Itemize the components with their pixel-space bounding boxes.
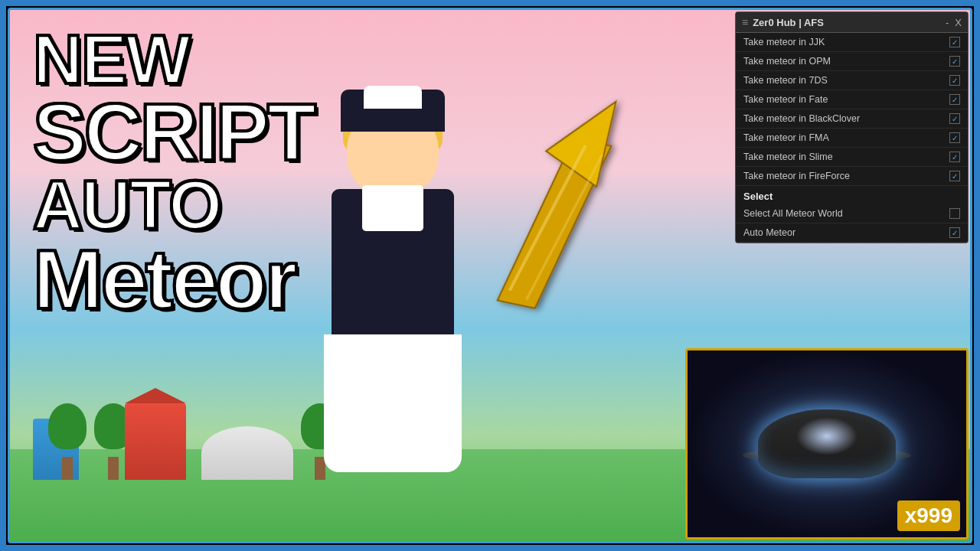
hub-menu-item-5[interactable]: Take meteor in FMA: [736, 129, 968, 148]
text-new: NEW: [33, 25, 314, 94]
hub-item-checkbox-7[interactable]: [949, 171, 960, 181]
main-container: NEW SCRIPT AUTO Meteor x999 ≡ Zer0 Hub |…: [0, 0, 980, 551]
drag-icon: ≡: [742, 16, 748, 28]
hub-items-container: Take meteor in JJK Take meteor in OPM Ta…: [736, 33, 968, 186]
hub-item-label-7: Take meteor in FireForce: [743, 171, 850, 181]
hub-item-label-4: Take meteor in BlackClover: [743, 113, 860, 124]
hub-item-checkbox-0[interactable]: [949, 37, 960, 47]
minimize-button[interactable]: -: [946, 18, 949, 28]
hub-select-item-1[interactable]: Auto Meteor: [736, 223, 968, 243]
hub-menu-item-4[interactable]: Take meteor in BlackClover: [736, 109, 968, 129]
hub-select-label-0: Select All Meteor World: [743, 208, 843, 219]
hub-item-label-3: Take meteor in Fate: [743, 94, 828, 105]
hub-menu-item-3[interactable]: Take meteor in Fate: [736, 90, 968, 109]
hub-item-checkbox-4[interactable]: [949, 113, 960, 124]
hub-panel: ≡ Zer0 Hub | AFS - X Take meteor in JJK …: [735, 11, 969, 243]
text-auto: AUTO: [33, 171, 314, 240]
hub-titlebar: ≡ Zer0 Hub | AFS - X: [736, 12, 968, 33]
hub-select-container: Select All Meteor World Auto Meteor: [736, 204, 968, 243]
hub-item-checkbox-5[interactable]: [949, 132, 960, 143]
select-section-header: Select: [736, 186, 968, 204]
text-script: SCRIPT: [33, 94, 314, 171]
hub-title-left: ≡ Zer0 Hub | AFS: [742, 16, 824, 28]
hat-sparkle: [796, 417, 858, 455]
hub-select-checkbox-0[interactable]: [949, 208, 960, 219]
tree-1: [48, 411, 87, 480]
hub-select-checkbox-1[interactable]: [949, 227, 960, 238]
hub-menu-item-7[interactable]: Take meteor in FireForce: [736, 167, 968, 186]
hub-item-checkbox-1[interactable]: [949, 56, 960, 67]
hub-item-checkbox-2[interactable]: [949, 75, 960, 86]
hub-select-item-0[interactable]: Select All Meteor World: [736, 204, 968, 223]
text-meteor: Meteor: [33, 240, 314, 320]
overlay-text: NEW SCRIPT AUTO Meteor: [33, 25, 314, 319]
hub-item-label-2: Take meteor in 7DS: [743, 75, 828, 86]
char-skirt: [324, 334, 462, 472]
building-1: [125, 403, 186, 480]
hub-title-controls: - X: [946, 18, 962, 28]
close-button[interactable]: X: [955, 18, 962, 28]
hub-item-label-5: Take meteor in FMA: [743, 132, 829, 143]
count-badge: x999: [897, 500, 960, 531]
hub-item-label-6: Take meteor in Slime: [743, 152, 833, 162]
hub-item-label-0: Take meteor in JJK: [743, 37, 825, 47]
hub-menu-item-0[interactable]: Take meteor in JJK: [736, 33, 968, 52]
hub-item-checkbox-3[interactable]: [949, 94, 960, 105]
hat-shape: [758, 409, 896, 478]
hub-title: Zer0 Hub | AFS: [753, 17, 824, 28]
hub-select-label-1: Auto Meteor: [743, 227, 795, 238]
hub-menu-item-1[interactable]: Take meteor in OPM: [736, 52, 968, 71]
hub-menu-item-6[interactable]: Take meteor in Slime: [736, 148, 968, 167]
hub-item-checkbox-6[interactable]: [949, 152, 960, 162]
meteor-item: [758, 409, 896, 478]
char-habit: [341, 90, 445, 132]
item-panel: x999: [685, 348, 969, 540]
hub-menu-item-2[interactable]: Take meteor in 7DS: [736, 71, 968, 90]
item-panel-bg: x999: [688, 350, 966, 537]
hub-item-label-1: Take meteor in OPM: [743, 56, 831, 67]
